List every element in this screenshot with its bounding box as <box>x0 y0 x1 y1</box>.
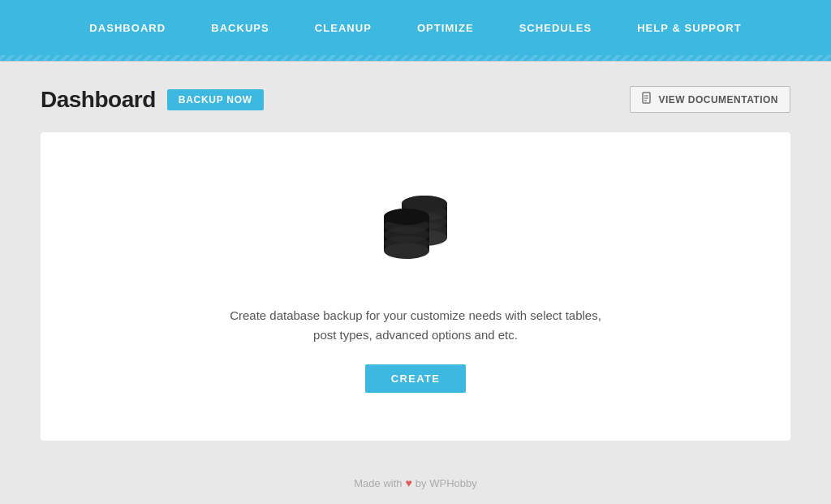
svg-point-15 <box>384 235 429 252</box>
view-docs-label: VIEW DOCUMENTATION <box>658 94 778 106</box>
footer-text-before: Made with <box>354 477 402 489</box>
heart-icon: ♥ <box>406 476 412 489</box>
nav-stripe <box>0 55 831 62</box>
view-documentation-button[interactable]: VIEW DOCUMENTATION <box>630 86 790 113</box>
page-title: Dashboard <box>41 87 156 113</box>
svg-point-17 <box>384 209 429 225</box>
nav-item-dashboard[interactable]: DASHBOARD <box>67 22 188 34</box>
main-card: Create database backup for your customiz… <box>41 132 790 441</box>
footer: Made with ♥ by WPHobby <box>0 457 831 502</box>
footer-text-after: by WPHobby <box>416 477 477 489</box>
nav-item-help-support[interactable]: HELP & SUPPORT <box>614 22 764 34</box>
database-icon-wrapper <box>363 181 468 282</box>
create-button[interactable]: CREATE <box>365 364 466 393</box>
database-icon <box>363 181 468 278</box>
document-icon <box>642 92 653 107</box>
nav-item-optimize[interactable]: OPTIMIZE <box>394 22 497 34</box>
main-content: Dashboard BACKUP NOW VIEW DOCUMENTATION <box>0 62 831 457</box>
nav-item-schedules[interactable]: SCHEDULES <box>497 22 615 34</box>
backup-now-button[interactable]: BACKUP NOW <box>167 89 264 110</box>
page-header: Dashboard BACKUP NOW VIEW DOCUMENTATION <box>41 86 790 113</box>
top-nav: DASHBOARD BACKUPS CLEANUP OPTIMIZE SCHED… <box>0 0 831 62</box>
nav-item-backups[interactable]: BACKUPS <box>188 22 292 34</box>
card-description: Create database backup for your customiz… <box>221 306 610 345</box>
nav-item-cleanup[interactable]: CLEANUP <box>292 22 394 34</box>
page-header-left: Dashboard BACKUP NOW <box>41 87 264 113</box>
